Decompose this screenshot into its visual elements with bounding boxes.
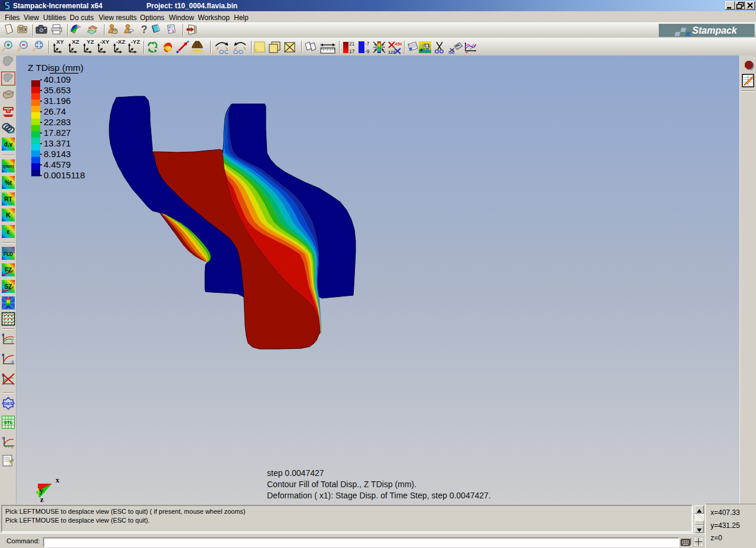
- svg-text:123: 123: [388, 50, 396, 55]
- svg-text:step 0.0047427: step 0.0047427: [267, 468, 324, 478]
- svg-text:0.0015118: 0.0015118: [44, 170, 85, 180]
- svg-text:FLD: FLD: [4, 251, 14, 257]
- svg-text:35.653: 35.653: [44, 85, 71, 95]
- svg-text:17.827: 17.827: [44, 128, 71, 138]
- svg-text:ε: ε: [11, 444, 14, 449]
- svg-text:%t: %t: [5, 180, 12, 186]
- svg-text:y: y: [40, 486, 44, 495]
- svg-text:STL: STL: [4, 420, 12, 425]
- svg-text:22.283: 22.283: [44, 117, 71, 127]
- svg-text:Deformation ( x1): Stage Disp.: Deformation ( x1): Stage Disp. of Time S…: [267, 491, 491, 500]
- svg-text:40.109: 40.109: [44, 74, 71, 84]
- svg-text:RES: RES: [19, 28, 27, 31]
- svg-text:17: 17: [349, 48, 355, 54]
- svg-text:-YZ: -YZ: [131, 39, 141, 45]
- svg-text:4.4579: 4.4579: [44, 159, 71, 169]
- svg-text:-9: -9: [365, 48, 370, 54]
- svg-text:t(mm): t(mm): [2, 164, 14, 169]
- svg-text:13.371: 13.371: [44, 138, 71, 148]
- svg-text:Contour Fill of Total Disp., Z: Contour Fill of Total Disp., Z TDisp (mm…: [267, 480, 416, 489]
- svg-text:K: K: [6, 211, 11, 218]
- svg-text:Z TDisp (mm): Z TDisp (mm): [28, 63, 83, 73]
- svg-text:-XY: -XY: [100, 39, 110, 45]
- svg-text:-XZ: -XZ: [116, 39, 126, 45]
- svg-text:XY: XY: [56, 39, 64, 45]
- svg-text:?: ?: [8, 458, 12, 467]
- svg-text:?: ?: [141, 24, 148, 35]
- svg-text:x: x: [56, 475, 60, 484]
- svg-text:d,v: d,v: [4, 141, 13, 148]
- svg-text:-7: -7: [365, 41, 370, 47]
- svg-text:8.9143: 8.9143: [44, 149, 71, 159]
- svg-text:d: d: [11, 360, 14, 364]
- svg-text:21: 21: [349, 41, 355, 47]
- svg-text:YZ: YZ: [87, 39, 94, 45]
- svg-text:456: 456: [395, 41, 402, 47]
- svg-text:z: z: [40, 495, 44, 504]
- svg-text:0.1: 0.1: [424, 44, 429, 48]
- svg-text:26.74: 26.74: [44, 106, 66, 116]
- svg-text:XZ: XZ: [72, 39, 79, 45]
- svg-text:RT: RT: [4, 196, 12, 203]
- svg-text:ε: ε: [6, 228, 10, 235]
- svg-text:31.196: 31.196: [44, 96, 71, 106]
- svg-text:τ: τ: [11, 340, 13, 344]
- svg-text:Stampack: Stampack: [692, 25, 738, 35]
- svg-text:GES: GES: [4, 401, 13, 406]
